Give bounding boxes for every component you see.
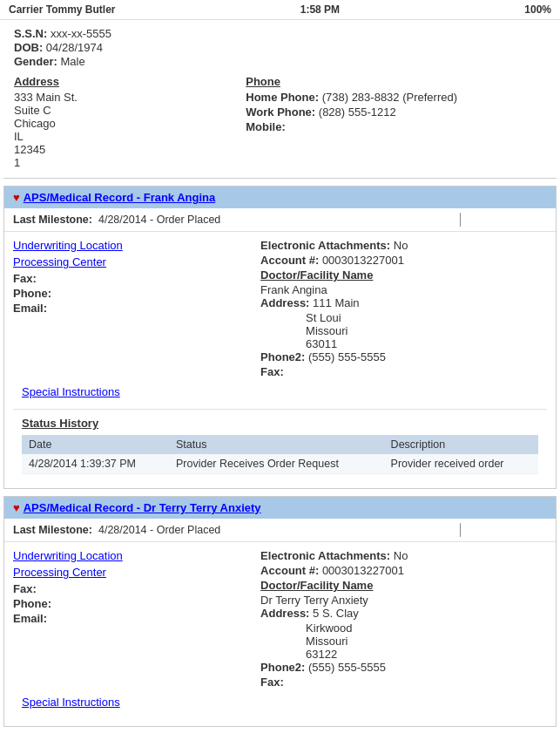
doctor-address-line2-2: Kirkwood <box>260 621 547 635</box>
patient-info: S.S.N: xxx-xx-5555 DOB: 04/28/1974 Gende… <box>3 20 557 179</box>
address-line-6: 1 <box>14 156 228 169</box>
doctor-name-2: Dr Terry Terry Anxiety <box>260 594 547 607</box>
record-left-1: Underwriting Location Processing Center … <box>13 239 252 380</box>
record-section-1: ♥ APS/Medical Record - Frank Angina Last… <box>3 186 557 489</box>
phone-heading: Phone <box>246 75 546 88</box>
account-row-2: Account #: 0003013227001 <box>260 564 547 577</box>
sh-desc-1: Provider received order <box>384 454 538 474</box>
progress-bar-2: 1% <box>460 523 547 537</box>
milestone-text-2: Last Milestone: 4/28/2014 - Order Placed <box>13 524 220 536</box>
progress-bar-1: 1% <box>460 213 547 227</box>
electronic-attachments-row-2: Electronic Attachments: No <box>260 549 547 562</box>
record-header-2: ♥ APS/Medical Record - Dr Terry Terry An… <box>4 497 556 519</box>
address-line-2: Suite C <box>14 104 228 117</box>
phone2-row-1: Phone2: (555) 555-5555 <box>260 350 547 363</box>
record-header-1: ♥ APS/Medical Record - Frank Angina <box>4 187 556 208</box>
phone-row-1: Phone: <box>13 287 252 300</box>
email-row-1: Email: <box>13 302 252 315</box>
milestone-text-1: Last Milestone: 4/28/2014 - Order Placed <box>13 214 220 226</box>
doctor-address-line3-1: Missouri <box>260 324 547 337</box>
fax-row-1: Fax: <box>13 272 252 285</box>
doctor-address-line4-1: 63011 <box>260 337 547 350</box>
phone-row-2: Phone: <box>13 597 252 610</box>
address-line-1: 333 Main St. <box>14 91 228 104</box>
sh-date-1: 4/28/2014 1:39:37 PM <box>22 454 169 474</box>
address-line-3: Chicago <box>14 117 228 130</box>
work-phone-value: (828) 555-1212 <box>319 105 396 119</box>
heart-icon-2: ♥ <box>13 501 20 514</box>
dob-value: 04/28/1974 <box>46 41 103 54</box>
ssn-value: xxx-xx-5555 <box>51 27 111 40</box>
doctor-address-line4-2: 63122 <box>260 648 547 661</box>
status-history-table-1: Date Status Description 4/28/2014 1:39:3… <box>22 435 538 474</box>
doctor-address-row-1: Address: 111 Main <box>260 296 547 309</box>
doctor-facility-heading-1: Doctor/Facility Name <box>260 268 547 282</box>
underwriting-location-link-1[interactable]: Underwriting Location <box>13 239 252 252</box>
status-history-section-1: Status History Date Status Description 4… <box>13 409 547 481</box>
processing-center-link-2[interactable]: Processing Center <box>13 566 252 579</box>
gender-value: Male <box>60 55 84 68</box>
phone-col: Phone Home Phone: (738) 283-8832 (Prefer… <box>246 75 546 169</box>
work-phone-row: Work Phone: (828) 555-1212 <box>246 105 546 119</box>
address-line-5: 12345 <box>14 143 228 156</box>
special-instructions-link-2[interactable]: Special Instructions <box>22 696 538 709</box>
fax2-row-1: Fax: <box>260 365 547 378</box>
record-right-1: Electronic Attachments: No Account #: 00… <box>260 239 547 380</box>
doctor-facility-heading-2: Doctor/Facility Name <box>260 579 547 592</box>
home-phone-value: (738) 283-8832 (Preferred) <box>322 91 457 104</box>
record-link-1[interactable]: APS/Medical Record - Frank Angina <box>24 191 216 204</box>
dob-label: DOB: <box>14 41 43 54</box>
doctor-address-row-2: Address: 5 S. Clay <box>260 607 547 620</box>
special-instructions-section-2: Special Instructions <box>13 690 547 719</box>
special-instructions-link-1[interactable]: Special Instructions <box>22 385 538 398</box>
special-instructions-section-1: Special Instructions <box>13 380 547 409</box>
address-line-4: IL <box>14 130 228 143</box>
processing-center-link-1[interactable]: Processing Center <box>13 255 252 268</box>
fax-row-2: Fax: <box>13 582 252 595</box>
milestone-row-1: Last Milestone: 4/28/2014 - Order Placed… <box>4 208 556 232</box>
address-heading: Address <box>14 75 228 88</box>
home-phone-row: Home Phone: (738) 283-8832 (Preferred) <box>246 91 546 104</box>
address-col: Address 333 Main St. Suite C Chicago IL … <box>14 75 228 169</box>
time: 1:58 PM <box>300 3 340 16</box>
record-right-2: Electronic Attachments: No Account #: 00… <box>260 549 547 690</box>
mobile-row: Mobile: <box>246 120 546 133</box>
record-left-2: Underwriting Location Processing Center … <box>13 549 252 690</box>
sh-col-date-1: Date <box>22 435 169 454</box>
battery: 100% <box>524 3 551 16</box>
status-bar: Carrier Tommy Butler 1:58 PM 100% <box>0 0 560 20</box>
fax2-row-2: Fax: <box>260 676 547 689</box>
electronic-attachments-row-1: Electronic Attachments: No <box>260 239 547 252</box>
record-link-2[interactable]: APS/Medical Record - Dr Terry Terry Anxi… <box>24 501 261 514</box>
phone2-row-2: Phone2: (555) 555-5555 <box>260 661 547 674</box>
doctor-address-line2-1: St Loui <box>260 311 547 324</box>
email-row-2: Email: <box>13 612 252 625</box>
sh-col-status-1: Status <box>169 435 384 454</box>
ssn-label: S.S.N: <box>14 27 47 40</box>
status-history-title-1: Status History <box>22 417 538 430</box>
sh-col-desc-1: Description <box>384 435 538 454</box>
sh-status-1: Provider Receives Order Request <box>169 454 384 474</box>
carrier-name: Carrier Tommy Butler <box>9 3 116 16</box>
doctor-name-1: Frank Angina <box>260 283 547 296</box>
milestone-row-2: Last Milestone: 4/28/2014 - Order Placed… <box>4 519 556 542</box>
record-section-2: ♥ APS/Medical Record - Dr Terry Terry An… <box>3 496 557 727</box>
table-row: 4/28/2014 1:39:37 PM Provider Receives O… <box>22 454 538 474</box>
doctor-address-line3-2: Missouri <box>260 635 547 648</box>
account-row-1: Account #: 0003013227001 <box>260 254 547 267</box>
heart-icon-1: ♥ <box>13 191 20 204</box>
gender-label: Gender: <box>14 55 57 68</box>
underwriting-location-link-2[interactable]: Underwriting Location <box>13 549 252 562</box>
